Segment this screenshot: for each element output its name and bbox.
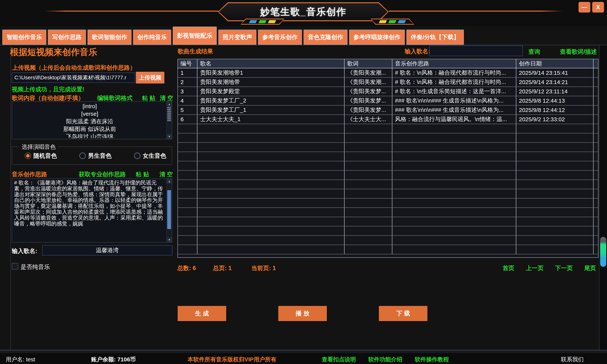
table-cell: ### 歌名\n\n\n### 生成音乐描述\n风格为... (392, 105, 516, 115)
table-cell (516, 208, 594, 217)
table-cell (178, 189, 197, 198)
table-cell (516, 143, 594, 152)
tab-9[interactable]: 参考哼唱旋律创作 (349, 30, 405, 45)
scroll-down-icon[interactable]: ▼ (167, 237, 172, 242)
table-cell (345, 124, 392, 133)
lyrics-clear-link[interactable]: 清 空 (160, 94, 173, 102)
lyrics-scrollbar[interactable]: ▲ ▼ (167, 102, 172, 139)
download-button[interactable]: 下 载 (379, 306, 427, 321)
table-cell (345, 236, 392, 245)
view-lyrics-desc-link[interactable]: 查看歌词/描述 (560, 48, 597, 56)
idea-clear-link[interactable]: 清 空 (159, 170, 173, 178)
play-button[interactable]: 播 放 (278, 306, 327, 321)
table-cell (178, 180, 197, 189)
table-row-empty (178, 208, 598, 217)
table-cell (594, 208, 598, 217)
table-cell (197, 226, 345, 235)
table-row[interactable]: 5贵阳美发梦工厂_1《贵阳美发梦...### 歌名\n\n\n### 生成音乐描… (178, 105, 598, 115)
table-cell (345, 208, 392, 217)
table-cell: 《贵阳美发梦... (345, 105, 392, 115)
tab-8[interactable]: 音色克隆创作 (304, 30, 348, 45)
table-cell (178, 208, 197, 217)
scroll-down-icon[interactable]: ▼ (167, 134, 172, 139)
table-cell (594, 180, 598, 189)
tab-4[interactable]: 创作纯音乐 (133, 30, 171, 45)
prev-page-link[interactable]: 上一页 (526, 264, 544, 272)
idea-textarea[interactable]: # 歌名：《温馨港湾》风格：融合了现代流行与舒缓的民谣元素，营造出温暖治愈的家居… (12, 178, 172, 243)
table-cell (516, 124, 594, 133)
voice-option-3[interactable]: 女生音色 (134, 152, 166, 160)
table-row[interactable]: 6士大夫士大夫_1《士大夫士大...风格：融合流行与温馨民谣风。\n情绪：温..… (178, 115, 598, 124)
table-cell (594, 161, 598, 170)
next-page-link[interactable]: 下一页 (555, 264, 573, 272)
table-row-empty (178, 245, 598, 254)
get-pro-idea-link[interactable]: 获取专业创作思路 (79, 170, 126, 178)
lyrics-paste-link[interactable]: 粘 贴 (142, 94, 155, 102)
tab-6[interactable]: 照片变歌声 (218, 30, 257, 45)
table-row[interactable]: 4贵阳美发梦工厂_2《贵阳美发梦...### 歌名\n\n\n### 生成音乐描… (178, 96, 598, 105)
table-cell (178, 143, 197, 152)
table-cell (594, 115, 598, 124)
upload-video-button[interactable]: 上传视频 (136, 72, 164, 83)
table-row[interactable]: 3贵阳美发梦殿堂《贵阳美发梦...# 歌名：\n生成音乐简短描述：这是一首洋..… (178, 87, 598, 96)
table-cell (516, 217, 594, 226)
table-cell (392, 208, 516, 217)
scroll-thumb[interactable] (167, 190, 171, 229)
table-cell (594, 217, 598, 226)
table-cell (197, 198, 345, 208)
last-page-link[interactable]: 尾页 (584, 264, 596, 272)
app-logo: 妙笔生歌_音乐创作 (218, 2, 389, 21)
query-link[interactable]: 查询 (529, 48, 540, 56)
table-row[interactable]: 1贵阳美发潮地带1《贵阳美发潮...# 歌名：\n风格：融合现代都市流行与时尚.… (178, 68, 598, 78)
lyrics-textarea[interactable]: [intro] [verse] 阳光温柔 洒在床沿 那幅图画 似诉说从前 飞鸟掠… (12, 101, 172, 139)
logo-chips-right (371, 19, 414, 25)
table-cell (178, 152, 197, 161)
main-scrollbar-track[interactable] (599, 45, 607, 350)
table-cell: 2025/9/12 23:11:14 (516, 87, 594, 96)
scroll-up-icon[interactable]: ▲ (167, 179, 172, 184)
title-bar: 妙笔生歌_音乐创作 — X (0, 0, 607, 26)
minimize-button[interactable]: — (579, 2, 590, 13)
tab-1[interactable]: 智能创作音乐 (2, 30, 46, 45)
table-cell: 《贵阳美发梦... (345, 96, 392, 105)
table-cell (345, 180, 392, 189)
voice-option-2[interactable]: 男生音色 (79, 152, 112, 160)
table-cell (345, 198, 392, 208)
close-button[interactable]: X (592, 2, 604, 13)
tutorial-link[interactable]: 软件操作教程 (415, 356, 449, 364)
tab-10[interactable]: 伴奏/分轨【下载】 (406, 30, 464, 45)
chip-green-icon (258, 20, 267, 23)
first-page-link[interactable]: 首页 (503, 264, 514, 272)
logo-chips-left-inner (241, 19, 284, 24)
search-song-name-input[interactable] (429, 46, 523, 56)
chip-yellow-icon (268, 20, 276, 23)
table-cell: 5 (178, 105, 197, 115)
edit-lyrics-format-link[interactable]: 编辑歌词格式 (97, 94, 132, 102)
table-row-empty (178, 217, 598, 226)
table-cell (392, 161, 516, 170)
pure-music-checkbox[interactable] (12, 263, 18, 270)
table-cell: # 歌名：\n生成音乐简短描述：这是一首洋... (392, 87, 516, 96)
song-name-input[interactable] (42, 245, 172, 255)
tab-2[interactable]: 写创作思路 (48, 30, 86, 45)
scroll-up-icon[interactable]: ▲ (167, 102, 172, 107)
scroll-thumb[interactable] (167, 107, 171, 121)
idea-paste-link[interactable]: 粘 贴 (136, 170, 149, 178)
upload-video-label: 上传视频（上传后会自动生成歌词和创作思路） (12, 64, 136, 72)
features-link[interactable]: 软件功能介绍 (368, 356, 402, 364)
contact-us-link[interactable]: 联系我们 (561, 356, 584, 364)
table-cell (197, 180, 345, 189)
table-cell (178, 133, 197, 142)
idea-scrollbar[interactable]: ▲ ▼ (167, 179, 172, 242)
tab-7[interactable]: 参考音乐创作 (258, 30, 302, 45)
voice-option-1[interactable]: 随机音色 (25, 152, 57, 160)
tab-5[interactable]: 影视智能配乐 (173, 26, 217, 45)
tab-3[interactable]: 歌词智能创作 (88, 30, 131, 45)
main-scrollbar-thumb[interactable] (600, 237, 606, 267)
generate-button[interactable]: 生 成 (178, 306, 226, 321)
table-cell: 贵阳美发梦工厂_2 (197, 96, 345, 105)
deduction-info-link[interactable]: 查看扣点说明 (322, 356, 356, 364)
status-bar: 用户名: test 账户余额: 7106币 本软件所有音乐版权归VIP用户所有 … (0, 353, 607, 364)
table-row[interactable]: 2贵阳美发潮地带《贵阳美发潮...# 歌名：\n风格：融合现代都市流行与时尚..… (178, 78, 598, 87)
video-path-input[interactable] (12, 73, 135, 83)
